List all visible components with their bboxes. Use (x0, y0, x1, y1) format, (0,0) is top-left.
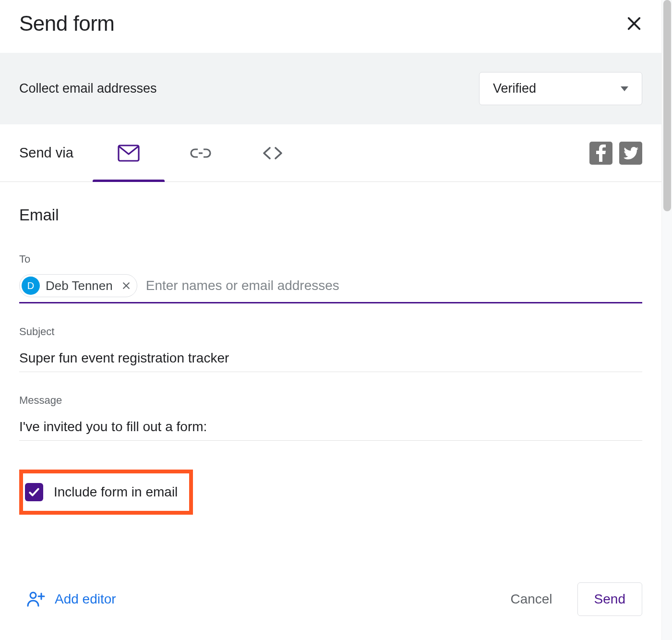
avatar: D (22, 277, 40, 295)
twitter-share-button[interactable] (619, 142, 642, 165)
person-add-icon (27, 592, 46, 607)
message-input[interactable] (19, 415, 642, 441)
twitter-icon (623, 147, 638, 159)
close-icon[interactable] (626, 15, 642, 32)
dialog-footer: Add editor Cancel Send (0, 568, 661, 640)
message-label: Message (19, 394, 642, 407)
send-form-dialog: Send form Collect email addresses Verifi… (0, 0, 661, 640)
to-label: To (19, 253, 642, 266)
message-field-group: Message (19, 394, 642, 441)
recipient-name: Deb Tennen (46, 278, 113, 293)
collect-emails-label: Collect email addresses (19, 81, 157, 96)
active-tab-underline (93, 180, 165, 182)
mail-icon (118, 145, 140, 162)
link-icon (189, 147, 212, 159)
scrollbar-track[interactable] (661, 0, 672, 640)
subject-label: Subject (19, 326, 642, 338)
email-section-title: Email (19, 206, 642, 224)
email-form-body: Email To D Deb Tennen Subject (0, 182, 661, 568)
chevron-down-icon (621, 86, 628, 91)
dialog-header: Send form (0, 0, 661, 53)
send-via-tabs-row: Send via (0, 124, 661, 182)
to-input[interactable] (146, 274, 642, 297)
collect-emails-dropdown[interactable]: Verified (479, 72, 642, 105)
recipient-chip[interactable]: D Deb Tennen (19, 274, 137, 297)
tab-email[interactable] (93, 124, 165, 181)
remove-recipient-icon[interactable] (121, 281, 131, 290)
tab-link[interactable] (165, 124, 237, 181)
dropdown-selected-value: Verified (493, 81, 536, 96)
send-via-label: Send via (19, 145, 73, 161)
facebook-icon (596, 145, 606, 162)
add-editor-label: Add editor (55, 592, 116, 607)
to-field-group: To D Deb Tennen (19, 253, 642, 303)
cancel-button[interactable]: Cancel (500, 583, 563, 616)
subject-input[interactable] (19, 347, 642, 372)
include-form-highlight: Include form in email (19, 470, 193, 515)
svg-point-5 (30, 592, 36, 598)
tab-embed[interactable] (237, 124, 309, 181)
scrollbar-thumb[interactable] (663, 0, 671, 211)
social-share-group (589, 142, 642, 165)
include-form-checkbox[interactable] (25, 483, 43, 501)
collect-emails-bar: Collect email addresses Verified (0, 53, 661, 124)
to-input-row[interactable]: D Deb Tennen (19, 274, 642, 303)
include-form-label: Include form in email (54, 484, 178, 500)
dialog-title: Send form (19, 12, 114, 36)
send-button[interactable]: Send (577, 582, 642, 616)
check-icon (28, 486, 40, 498)
add-editor-button[interactable]: Add editor (19, 586, 124, 613)
subject-field-group: Subject (19, 326, 642, 372)
send-via-tabs (93, 124, 309, 181)
embed-code-icon (261, 146, 284, 160)
facebook-share-button[interactable] (589, 142, 612, 165)
